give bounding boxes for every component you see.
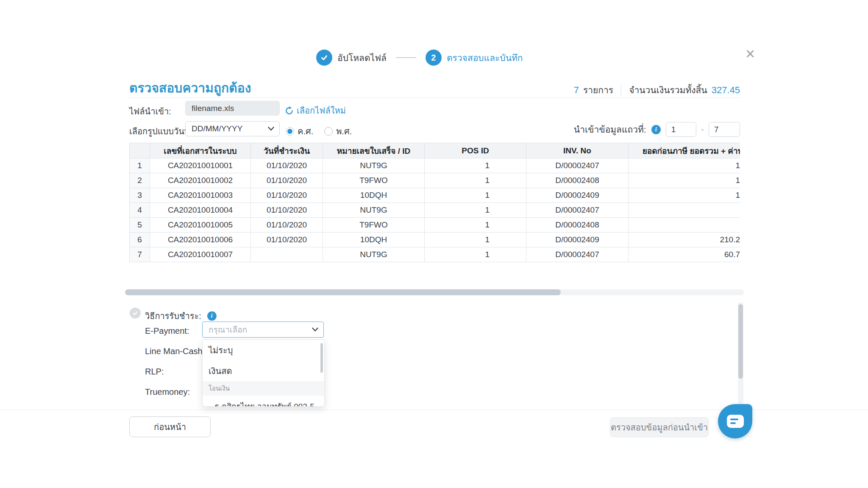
date-format-value: DD/MM/YYYY <box>192 124 242 133</box>
chat-widget-button[interactable] <box>718 404 752 438</box>
doc-no-cell: CA202010010001 <box>150 158 251 173</box>
dropdown-option[interactable]: เงินสด <box>203 360 324 381</box>
dropdown-option[interactable]: ไม่ระบุ <box>203 340 324 360</box>
chevron-down-icon <box>312 327 318 332</box>
refresh-icon <box>285 106 294 115</box>
close-icon[interactable]: × <box>741 44 760 63</box>
method-label-lineman-cash: Line Man-Cash: <box>145 347 205 356</box>
row-from-field[interactable] <box>666 122 696 137</box>
previous-button[interactable]: ก่อนหน้า <box>129 416 211 437</box>
amount-cell <box>629 203 740 218</box>
verify-before-import-button[interactable]: ตรวจสอบข้อมูลก่อนนำเข้า <box>610 417 709 437</box>
payment-date-cell <box>251 247 323 262</box>
radio-ce-label: ค.ศ. <box>298 125 313 138</box>
stepper: อัปโหลดไฟล์ 2 ตรวจสอบและบันทึก <box>316 50 523 66</box>
amount-cell: 1 <box>629 188 740 203</box>
amount-cell: 60.7 <box>629 247 740 262</box>
info-icon[interactable]: i <box>207 311 217 321</box>
step2-number: 2 <box>431 53 436 63</box>
verify-before-import-label: ตรวจสอบข้อมูลก่อนนำเข้า <box>611 421 708 434</box>
row-to-field[interactable] <box>709 122 740 137</box>
total-label: จำนวนเงินรวมทั้งสิ้น <box>629 83 707 97</box>
payment-date-cell: 01/10/2020 <box>251 203 323 218</box>
summary-stats: 7 รายการ จำนวนเงินรวมทั้งสิ้น 327.45 <box>574 83 740 97</box>
row-number-cell: 3 <box>130 188 150 203</box>
radio-be[interactable]: พ.ศ. <box>324 125 352 138</box>
receipt-id-cell: T9FWO <box>323 173 425 188</box>
step1-label: อัปโหลดไฟล์ <box>337 51 387 65</box>
amount-cell: 1 <box>629 158 740 173</box>
era-radio-group: ค.ศ. พ.ศ. <box>286 125 352 138</box>
table-row: 5CA20201001000501/10/2020T9FWO1D/0000240… <box>130 218 740 233</box>
inv-no-cell: D/00002408 <box>526 218 629 233</box>
table-row: 2CA20201001000201/10/2020T9FWO1D/0000240… <box>130 173 740 188</box>
epayment-select-placeholder: กรุณาเลือก <box>209 323 247 336</box>
row-number-cell: 6 <box>130 233 150 247</box>
doc-no-cell: CA202010010006 <box>150 233 251 247</box>
range-dash: - <box>701 126 704 133</box>
horizontal-scrollbar-thumb[interactable] <box>125 289 561 295</box>
amount-cell <box>629 218 740 233</box>
pos-id-cell: 1 <box>425 218 526 233</box>
method-label-truemoney: Truemoney: <box>145 387 190 397</box>
pos-id-cell: 1 <box>425 233 526 247</box>
table-header-cell <box>130 143 150 158</box>
row-number-cell: 4 <box>130 203 150 218</box>
radio-ce[interactable]: ค.ศ. <box>286 125 313 138</box>
total-value: 327.45 <box>712 85 740 96</box>
receipt-id-cell: 10DQH <box>323 188 425 203</box>
payment-section-header: วิธีการรับชำระ: i <box>145 309 217 323</box>
table-header-cell: หมายเลขใบเสร็จ / ID <box>323 143 425 158</box>
amount-cell: 1 <box>629 173 740 188</box>
radio-be-control[interactable] <box>324 127 333 136</box>
pos-id-cell: 1 <box>425 158 526 173</box>
stats-divider <box>621 85 621 96</box>
import-verify-dialog: อัปโหลดไฟล์ 2 ตรวจสอบและบันทึก × ตรวจสอบ… <box>0 0 868 488</box>
row-number-cell: 1 <box>130 158 150 173</box>
method-label-rlp: RLP: <box>145 367 164 377</box>
previous-button-label: ก่อนหน้า <box>154 420 186 434</box>
row-range-label: นำเข้าข้อมูลแถวที่: <box>574 122 646 136</box>
receipt-id-cell: NUT9G <box>323 247 425 262</box>
table-header-cell: INV. No <box>526 143 629 158</box>
filename-field[interactable] <box>185 101 280 116</box>
inv-no-cell: D/00002408 <box>526 173 629 188</box>
step1-circle <box>316 50 332 66</box>
radio-ce-control[interactable] <box>286 127 294 136</box>
table-header-cell: วันที่ชำระเงิน <box>251 143 323 158</box>
inv-no-cell: D/00002407 <box>526 247 629 262</box>
receipt-id-cell: T9FWO <box>323 218 425 233</box>
choose-new-file-label: เลือกไฟล์ใหม่ <box>297 104 346 117</box>
inv-no-cell: D/00002407 <box>526 158 629 173</box>
payment-date-cell: 01/10/2020 <box>251 233 323 247</box>
dropdown-option-bank[interactable]: ธ.กสิกรไทย ออมทรัพย์ 002-5-93247-7 <box>203 396 324 407</box>
vertical-scrollbar-thumb[interactable] <box>738 304 743 379</box>
table-row: 3CA20201001000301/10/202010DQH1D/0000240… <box>130 188 740 203</box>
pos-id-cell: 1 <box>425 247 526 262</box>
epayment-select[interactable]: กรุณาเลือก <box>202 322 324 338</box>
table-row: 4CA20201001000401/10/2020NUT9G1D/0000240… <box>130 203 740 218</box>
table-row: 6CA20201001000601/10/202010DQH1D/0000240… <box>130 233 740 247</box>
method-label-epayment: E-Payment: <box>145 326 189 336</box>
chevron-down-icon <box>268 127 274 131</box>
epayment-dropdown-panel: ไม่ระบุเงินสดโอนเงินธ.กสิกรไทย ออมทรัพย์… <box>202 339 325 407</box>
step2-label: ตรวจสอบและบันทึก <box>447 51 523 65</box>
record-count: 7 <box>574 85 579 96</box>
row-range-group: นำเข้าข้อมูลแถวที่: i - <box>574 122 740 137</box>
choose-new-file-link[interactable]: เลือกไฟล์ใหม่ <box>285 104 346 117</box>
inv-no-cell: D/00002407 <box>526 203 629 218</box>
info-icon[interactable]: i <box>651 125 661 134</box>
check-icon <box>132 310 138 316</box>
doc-no-cell: CA202010010007 <box>150 247 251 262</box>
payment-date-cell: 01/10/2020 <box>251 158 323 173</box>
preview-table: เลขที่เอกสารในระบบวันที่ชำระเงินหมายเลขใ… <box>129 143 740 262</box>
doc-no-cell: CA202010010003 <box>150 188 251 203</box>
date-format-select[interactable]: DD/MM/YYYY <box>185 121 280 136</box>
vertical-scrollbar-track[interactable] <box>738 302 743 409</box>
file-label: ไฟล์นำเข้า: <box>129 105 171 118</box>
check-icon <box>320 54 328 61</box>
header-divider <box>129 97 740 98</box>
doc-no-cell: CA202010010002 <box>150 173 251 188</box>
dropdown-scrollbar-thumb[interactable] <box>320 343 323 373</box>
horizontal-scrollbar-track[interactable] <box>125 289 744 295</box>
